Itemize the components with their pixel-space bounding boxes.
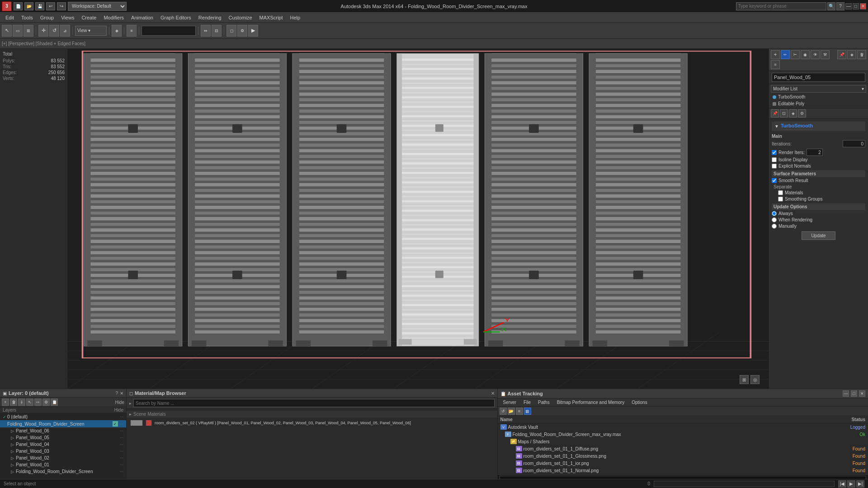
asset-list-view-btn[interactable]: ≡ — [516, 408, 523, 415]
prev-frame-btn[interactable]: |◀ — [838, 480, 846, 488]
asset-restore-btn[interactable]: □ — [851, 390, 857, 397]
asset-detail-view-btn[interactable]: ▦ — [524, 408, 531, 415]
motion-btn[interactable]: ◉ — [801, 50, 810, 59]
asset-diffuse-row[interactable]: 🖼 room_dividers_set_01_1_Diffuse.png Fou… — [498, 445, 868, 452]
move-btn[interactable]: ✛ — [38, 25, 48, 37]
select-objects-btn[interactable]: ↖ — [26, 399, 33, 406]
viewport-3d[interactable]: Y X ⊞ ◎ — [68, 49, 769, 389]
menu-customize[interactable]: Customize — [225, 14, 256, 21]
configure-btn[interactable]: ≡ — [771, 60, 780, 69]
always-radio[interactable] — [772, 211, 777, 216]
save-btn[interactable]: 💾 — [35, 2, 44, 10]
search-input[interactable] — [736, 2, 826, 10]
layer-item-panel02[interactable]: ▷ Panel_Wood_02 ··· — [0, 455, 126, 461]
remove-mod-btn[interactable]: 🗑 — [857, 50, 866, 59]
object-props-btn[interactable]: 📋 — [51, 399, 58, 406]
asset-vault-row[interactable]: V Autodesk Vault Logged — [498, 423, 868, 431]
make-unique-btn2[interactable]: ◈ — [789, 109, 797, 117]
menu-graph-editors[interactable]: Graph Editors — [157, 14, 195, 21]
asset-menu-paths[interactable]: Paths — [534, 399, 553, 405]
layer-item-folding-screen2[interactable]: ▷ Folding_Wood_Room_Divider_Screen ··· — [0, 468, 126, 475]
layer-item-folding-screen[interactable]: Folding_Wood_Room_Divider_Screen ✓ ··· — [0, 420, 126, 427]
configure-modifier-set-btn[interactable]: ⚙ — [798, 109, 806, 117]
rotate-btn[interactable]: ↺ — [49, 25, 59, 37]
layer-item-panel03[interactable]: ▷ Panel_Wood_03 ··· — [0, 448, 126, 455]
pin-stack-btn[interactable]: 📌 — [837, 50, 846, 59]
layer-item-panel01[interactable]: ▷ Panel_Wood_01 ··· — [0, 461, 126, 468]
layer-props-btn[interactable]: ⚙ — [42, 399, 50, 406]
asset-maps-folder[interactable]: 📁 Maps / Shaders — [498, 438, 868, 445]
select-window-btn[interactable]: ⊞ — [24, 25, 33, 37]
isoline-display-checkbox[interactable] — [772, 157, 777, 162]
named-selection-input[interactable] — [142, 26, 196, 36]
show-end-result-btn[interactable]: ⊡ — [780, 109, 788, 117]
asset-menu-file[interactable]: File — [520, 399, 534, 405]
mirror-btn[interactable]: ⇔ — [201, 25, 211, 37]
use-pivot-btn[interactable]: ◈ — [112, 25, 122, 37]
modifier-list-label[interactable]: Modifier List ▾ — [771, 85, 866, 93]
modify-panel-btn[interactable]: ✏ — [781, 50, 790, 59]
help-btn[interactable]: ? — [836, 2, 844, 10]
asset-menu-server[interactable]: Server — [500, 399, 520, 405]
layers-help-btn[interactable]: ? — [115, 391, 118, 396]
material-editor-btn[interactable]: ◻ — [226, 25, 236, 37]
menu-modifiers[interactable]: Modifiers — [100, 14, 127, 21]
mat-search-input[interactable] — [133, 399, 495, 407]
material-row[interactable]: room_dividers_set_02 ( VRayMtl ) [Panel_… — [127, 418, 497, 427]
render-iters-checkbox[interactable] — [772, 150, 777, 155]
menu-create[interactable]: Create — [78, 14, 100, 21]
asset-ior-row[interactable]: 🖼 room_dividers_set_01_1_ior.png Found — [498, 460, 868, 467]
minimize-btn[interactable]: — — [845, 3, 852, 9]
zoom-extents-btn[interactable]: ⊞ — [740, 375, 749, 384]
render-setup-btn[interactable]: ⚙ — [237, 25, 247, 37]
create-panel-btn[interactable]: + — [771, 50, 780, 59]
editable-poly-modifier[interactable]: Editable Poly — [771, 100, 866, 107]
render-iters-input[interactable] — [807, 149, 823, 156]
ref-coord-select[interactable]: View ▾ — [75, 26, 107, 36]
unique-btn[interactable]: ◈ — [847, 50, 856, 59]
smoothing-groups-checkbox[interactable] — [778, 197, 783, 202]
undo-btn[interactable]: ↩ — [46, 2, 55, 10]
render-btn[interactable]: ▶ — [248, 25, 258, 37]
maximize-btn[interactable]: □ — [853, 3, 859, 9]
layers-close-btn[interactable]: ✕ — [120, 391, 123, 396]
search-icon[interactable]: 🔍 — [827, 2, 835, 10]
utilities-btn[interactable]: ⚒ — [821, 50, 830, 59]
align-btn[interactable]: ⊟ — [212, 25, 222, 37]
menu-rendering[interactable]: Rendering — [195, 14, 225, 21]
manually-radio[interactable] — [772, 224, 777, 229]
layer-item-panel06[interactable]: ▷ Panel_Wood_06 ··· — [0, 427, 126, 434]
delete-layer-btn[interactable]: 🗑 — [10, 399, 17, 406]
asset-menu-options[interactable]: Options — [628, 399, 651, 405]
hierarchy-btn[interactable]: ⊢ — [791, 50, 800, 59]
turbosmooth-modifier[interactable]: TurboSmooth — [771, 94, 866, 100]
menu-help[interactable]: Help — [287, 14, 304, 21]
smooth-result-checkbox[interactable] — [772, 178, 777, 183]
new-layer-btn[interactable]: + — [2, 399, 9, 406]
explicit-normals-checkbox[interactable] — [772, 164, 777, 169]
asset-folder-btn[interactable]: 📂 — [508, 408, 515, 415]
redo-btn[interactable]: ↪ — [57, 2, 66, 10]
when-rendering-radio[interactable] — [772, 217, 777, 222]
select-object-btn[interactable]: ↖ — [2, 25, 12, 37]
scale-btn[interactable]: ⊿ — [60, 25, 70, 37]
add-to-layer-btn[interactable]: ⇓ — [18, 399, 25, 406]
timeline-area[interactable] — [654, 481, 835, 487]
select-region-btn[interactable]: ▭ — [13, 25, 23, 37]
object-name-input[interactable] — [772, 73, 865, 82]
layer-manager-btn[interactable]: ≡ — [127, 25, 137, 37]
menu-views[interactable]: Views — [57, 14, 78, 21]
workspace-select[interactable]: Workspace: Default — [68, 2, 127, 11]
asset-file-row[interactable]: F Folding_Wood_Room_Divider_Screen_max_v… — [498, 431, 868, 438]
asset-minimize-btn[interactable]: — — [843, 390, 849, 397]
next-frame-btn[interactable]: ▶| — [856, 480, 864, 488]
menu-tools[interactable]: Tools — [18, 14, 37, 21]
menu-group[interactable]: Group — [37, 14, 58, 21]
open-btn[interactable]: 📂 — [24, 2, 33, 10]
scene-materials-header[interactable]: ▸ Scene Materials — [127, 411, 497, 418]
close-btn[interactable]: ✕ — [860, 3, 866, 9]
layer-item-panel04[interactable]: ▷ Panel_Wood_04 ··· — [0, 441, 126, 448]
asset-refresh-btn[interactable]: ↺ — [500, 408, 507, 415]
display-btn[interactable]: 👁 — [811, 50, 820, 59]
field-of-view-btn[interactable]: ◎ — [750, 375, 760, 384]
